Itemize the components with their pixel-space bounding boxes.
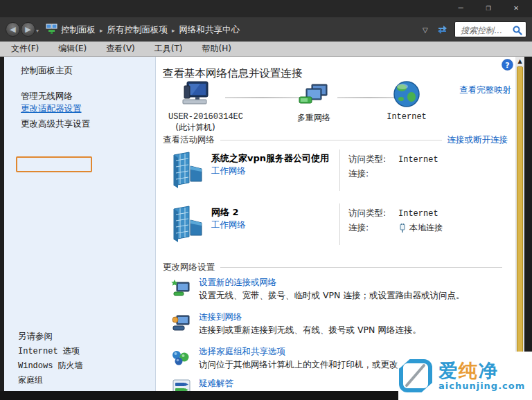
new-connection-link[interactable]: 设置新的连接或网络 [199, 277, 277, 289]
connect-network-icon [171, 314, 190, 332]
network-sharing-center-window: – ❐ ✕ ◀ ▶ ▾ 控制面板 ▸ 所有控制面板项 ▸ 网络和共享中心 ▽ [0, 0, 532, 400]
connections-label: 连接: [348, 168, 398, 180]
minimize-button[interactable]: – [454, 3, 467, 12]
breadcrumb: 控制面板 ▸ 所有控制面板项 ▸ 网络和共享中心 [61, 24, 240, 36]
map-internet-label: Internet [384, 112, 429, 122]
breadcrumb-control-panel[interactable]: 控制面板 [61, 24, 96, 36]
menu-tools[interactable]: 工具(T) [154, 43, 183, 55]
connections-label: 连接: [348, 222, 398, 234]
title-bar: – ❐ ✕ [0, 0, 532, 17]
search-box[interactable]: 搜索控制... [454, 21, 526, 37]
vertical-scrollbar[interactable]: ▲ [515, 57, 524, 391]
watermark-domain: aichunjing.com [438, 381, 525, 391]
search-placeholder: 搜索控制... [461, 25, 502, 37]
menu-file[interactable]: 文件(F) [11, 43, 39, 55]
setting-item-new-connection: 设置新的连接或网络 设置无线、宽带、拨号、临时或 VPN 连接；或设置路由器或访… [171, 277, 511, 306]
troubleshoot-icon [172, 379, 190, 391]
network-buildings-icon [168, 151, 204, 190]
see-also-header: 另请参阅 [18, 331, 53, 343]
scrollbar-up-arrow-icon[interactable]: ▲ [515, 57, 524, 66]
sidebar-item-advanced-sharing[interactable]: 更改高级共享设置 [21, 118, 90, 130]
new-connection-icon [171, 280, 190, 298]
help-icon[interactable]: ? [502, 59, 513, 73]
maximize-button[interactable]: ❐ [482, 3, 495, 12]
menu-edit[interactable]: 编辑(E) [58, 43, 87, 55]
access-type-label: 访问类型: [348, 154, 398, 165]
active-networks-section-header: 查看活动网络 连接或断开连接 [163, 134, 508, 146]
watermark: 爱纯净 aichunjing.com [398, 352, 532, 400]
sidebar-item-control-panel-home[interactable]: 控制面板主页 [21, 65, 73, 77]
menu-help[interactable]: 帮助(H) [202, 43, 231, 55]
breadcrumb-separator-icon: ▸ [172, 27, 175, 34]
network-breadcrumb-icon [46, 24, 57, 37]
main-content: 查看基本网络信息并设置连接 ? USER-20160314EC (此计算机) [156, 57, 515, 391]
sidebar: 控制面板主页 管理无线网络 更改适配器设置 更改高级共享设置 另请参阅 Inte… [4, 57, 156, 391]
change-settings-section-header: 更改网络设置 [163, 262, 508, 273]
multi-network-icon [298, 83, 330, 108]
see-full-map-link[interactable]: 查看完整映射 [459, 84, 511, 96]
active-network-row: 网络 2 工作网络 访问类型: Internet 连接: 本地连接 [168, 203, 501, 246]
recent-pages-dropdown-icon[interactable]: ▽ [423, 26, 428, 34]
local-connection-icon [398, 224, 407, 233]
troubleshoot-link[interactable]: 疑难解答 [199, 378, 233, 390]
sidebar-item-internet-options[interactable]: Internet 选项 [18, 345, 80, 357]
network-name: 系统之家vpn服务器公司使用 [211, 152, 329, 165]
page-title: 查看基本网络信息并设置连接 [163, 66, 303, 81]
map-computer-sub: (此计算机) [168, 122, 222, 134]
close-button[interactable]: ✕ [510, 3, 522, 12]
connect-network-desc: 连接到或重新连接到无线、有线、拨号或 VPN 网络连接。 [199, 325, 421, 336]
network-name: 网络 2 [211, 206, 239, 219]
menu-bar: 文件(F) 编辑(E) 查看(V) 工具(T) 帮助(H) [0, 42, 532, 57]
row-divider [339, 149, 340, 191]
active-network-row: 系统之家vpn服务器公司使用 工作网络 访问类型: Internet 连接: [168, 149, 501, 192]
sidebar-item-change-adapter-settings[interactable]: 更改适配器设置 [21, 103, 82, 115]
access-type-value: Internet [398, 155, 438, 165]
breadcrumb-separator-icon: ▸ [100, 27, 103, 34]
access-type-value: Internet [398, 209, 438, 219]
scrollbar-thumb[interactable] [517, 66, 523, 374]
navigation-bar: ◀ ▶ ▾ 控制面板 ▸ 所有控制面板项 ▸ 网络和共享中心 ▽ 搜索 [0, 17, 532, 42]
aichunjing-logo-icon [398, 358, 433, 394]
map-computer-name: USER-20160314EC [168, 112, 222, 122]
map-node-internet[interactable]: Internet [384, 80, 429, 122]
menu-view[interactable]: 查看(V) [106, 43, 135, 55]
local-connection-link[interactable]: 本地连接 [409, 222, 443, 234]
map-multi-network-label: 多重网络 [286, 112, 342, 124]
change-settings-header: 更改网络设置 [163, 262, 215, 273]
watermark-title: 爱纯净 [438, 361, 525, 381]
back-button[interactable]: ◀ [6, 22, 20, 37]
network-buildings-icon [168, 205, 204, 244]
svg-text:?: ? [505, 61, 509, 70]
connect-disconnect-link[interactable]: 连接或断开连接 [447, 134, 508, 146]
annotation-highlight-box [16, 156, 92, 172]
history-dropdown-icon[interactable]: ▾ [36, 28, 39, 34]
breadcrumb-all-items[interactable]: 所有控制面板项 [107, 24, 168, 36]
breadcrumb-network-sharing[interactable]: 网络和共享中心 [179, 24, 240, 36]
setting-item-connect-network: 连接到网络 连接到或重新连接到无线、有线、拨号或 VPN 网络连接。 [171, 311, 511, 340]
sidebar-item-windows-firewall[interactable]: Windows 防火墙 [18, 360, 83, 372]
map-node-multi-network[interactable]: 多重网络 [286, 83, 342, 124]
sidebar-item-manage-wireless[interactable]: 管理无线网络 [21, 91, 73, 102]
internet-globe-icon [393, 80, 420, 108]
computer-icon [180, 80, 211, 108]
section-divider [220, 140, 442, 140]
homegroup-sharing-link[interactable]: 选择家庭组和共享选项 [199, 346, 285, 358]
work-network-link[interactable]: 工作网络 [211, 219, 246, 231]
refresh-icon[interactable] [436, 23, 449, 38]
row-divider [339, 203, 340, 245]
window-right-border [524, 57, 532, 391]
active-networks-header: 查看活动网络 [163, 134, 215, 146]
map-node-this-computer[interactable]: USER-20160314EC (此计算机) [168, 80, 222, 134]
section-divider [220, 267, 502, 268]
homegroup-icon [171, 349, 190, 367]
sidebar-item-homegroup[interactable]: 家庭组 [18, 374, 43, 386]
forward-button[interactable]: ▶ [21, 22, 35, 37]
access-type-label: 访问类型: [348, 208, 398, 219]
connect-network-link[interactable]: 连接到网络 [199, 311, 242, 323]
new-connection-desc: 设置无线、宽带、拨号、临时或 VPN 连接；或设置路由器或访问点。 [199, 290, 464, 302]
work-network-link[interactable]: 工作网络 [211, 165, 246, 177]
search-icon[interactable] [513, 25, 522, 38]
